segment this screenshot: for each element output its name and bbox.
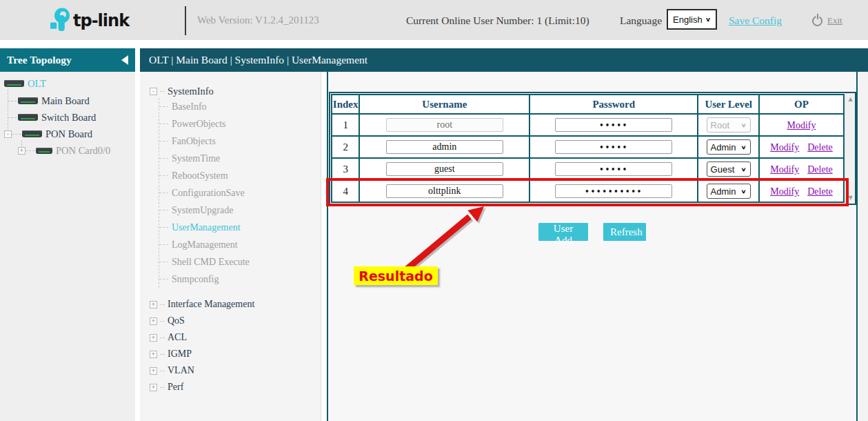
collapse-node-icon[interactable]: -	[150, 88, 157, 95]
expand-node-icon[interactable]: +	[150, 334, 157, 342]
menu-item-baseinfo[interactable]: BaseInfo	[159, 98, 321, 115]
topology-node-label[interactable]: Main Board	[41, 95, 90, 107]
password-input[interactable]	[555, 162, 672, 176]
username-cell	[359, 114, 529, 136]
modify-link[interactable]: Modify	[770, 186, 799, 197]
username-input	[386, 118, 503, 132]
online-user-count: Current Online User Number: 1 (Limit:10)	[406, 14, 589, 27]
scroll-down-icon[interactable]: ▼	[846, 195, 855, 201]
topology-node-label[interactable]: PON Card0/0	[56, 145, 110, 157]
menu-item-configurationsave[interactable]: ConfigurationSave	[159, 184, 321, 202]
topology-node-label[interactable]: Switch Board	[41, 112, 96, 124]
password-input[interactable]	[555, 140, 672, 154]
modify-link[interactable]: Modify	[787, 120, 816, 130]
menu-item-usermanagement[interactable]: UserManagement	[159, 219, 321, 236]
refresh-button[interactable]: Refresh	[603, 223, 646, 241]
exit-control[interactable]: Exit	[812, 15, 842, 26]
menu-section-qos[interactable]: +QoS	[150, 313, 321, 329]
user-level-cell: Guest∨	[698, 158, 759, 180]
topology-node-switch-board[interactable]: Switch Board	[8, 111, 96, 124]
menu-section-label[interactable]: QoS	[168, 315, 185, 326]
modify-link[interactable]: Modify	[770, 164, 799, 175]
collapse-sidebar-icon[interactable]	[121, 55, 128, 65]
modify-link[interactable]: Modify	[770, 142, 799, 153]
password-cell	[529, 114, 698, 136]
menu-item-label[interactable]: Shell CMD Execute	[172, 257, 250, 268]
power-icon[interactable]	[812, 16, 822, 26]
table-scrollbar[interactable]: ▲ ▼	[845, 93, 855, 204]
breadcrumb-bar: OLT | Main Board | SystemInfo | UserMana…	[140, 48, 868, 72]
menu-item-label[interactable]: RebootSystem	[172, 170, 228, 182]
menu-item-rebootsystem[interactable]: RebootSystem	[159, 167, 321, 184]
password-cell	[529, 180, 698, 202]
delete-link[interactable]: Delete	[807, 164, 833, 175]
menu-item-snmpconfig[interactable]: Snmpconfig	[159, 271, 321, 288]
menu-item-systemupgrade[interactable]: SystemUpgrade	[159, 202, 321, 219]
user-level-cell: Root∨	[698, 114, 759, 136]
menu-item-label[interactable]: UserManagement	[172, 222, 241, 233]
topology-node-label[interactable]: OLT	[28, 78, 46, 90]
topology-node-label[interactable]: PON Board	[46, 128, 92, 140]
scroll-up-icon[interactable]: ▲	[846, 96, 855, 102]
menu-item-powerobjects[interactable]: PowerObjects	[159, 115, 321, 133]
menu-section-label[interactable]: VLAN	[168, 365, 194, 376]
username-cell	[359, 180, 529, 202]
menu-item-label[interactable]: SystemTime	[172, 153, 220, 164]
menu-item-logmanagement[interactable]: LogManagement	[159, 236, 321, 253]
expand-node-icon[interactable]: +	[150, 301, 157, 309]
save-config-link[interactable]: Save Config	[729, 14, 782, 27]
topology-node-olt[interactable]: OLT	[4, 77, 46, 90]
password-input[interactable]	[555, 184, 672, 198]
user-level-select: Root∨	[707, 117, 751, 133]
chevron-down-icon: ∨	[741, 144, 747, 150]
menu-section-label[interactable]: Perf	[168, 382, 183, 393]
menu-section-vlan[interactable]: +VLAN	[150, 362, 321, 379]
user-level-select[interactable]: Admin∨	[707, 184, 751, 199]
topology-node-pon-board[interactable]: -PON Board	[4, 128, 92, 140]
collapse-node-icon[interactable]: -	[4, 130, 12, 138]
menu-item-label[interactable]: LogManagement	[172, 239, 238, 251]
expand-node-icon[interactable]: +	[150, 384, 157, 391]
expand-node-icon[interactable]: +	[150, 317, 157, 325]
expand-node-icon[interactable]: +	[150, 351, 157, 358]
menu-root-label[interactable]: SystemInfo	[168, 86, 214, 97]
user-level-value: Admin	[711, 142, 736, 153]
username-input[interactable]	[386, 162, 503, 176]
language-select[interactable]: English ∨	[667, 9, 717, 30]
tree-topology-titlebar: Tree Topology	[0, 48, 135, 72]
expand-node-icon[interactable]: +	[18, 147, 26, 155]
user-add-button[interactable]: User Add	[538, 223, 588, 241]
menu-item-label[interactable]: SystemUpgrade	[172, 205, 233, 216]
delete-link[interactable]: Delete	[807, 142, 833, 153]
menu-section-label[interactable]: ACL	[168, 332, 187, 343]
menu-section-interface-management[interactable]: +Interface Management	[150, 296, 321, 313]
user-level-value: Guest	[711, 164, 735, 175]
menu-section-label[interactable]: IGMP	[168, 349, 192, 360]
exit-link[interactable]: Exit	[827, 15, 842, 26]
menu-item-label[interactable]: FanObjects	[172, 136, 216, 147]
username-input[interactable]	[386, 140, 503, 154]
menu-section-igmp[interactable]: +IGMP	[150, 346, 321, 362]
menu-section-perf[interactable]: +Perf	[150, 379, 321, 395]
menu-node-systeminfo[interactable]: - SystemInfo	[150, 84, 321, 98]
topology-node-main-board[interactable]: Main Board	[8, 95, 90, 107]
menu-item-systemtime[interactable]: SystemTime	[159, 150, 321, 167]
menu-item-label[interactable]: ConfigurationSave	[172, 188, 245, 199]
device-icon	[4, 80, 24, 87]
menu-section-label[interactable]: Interface Management	[168, 299, 254, 310]
menu-item-fanobjects[interactable]: FanObjects	[159, 133, 321, 150]
tree-dash	[160, 304, 165, 305]
index-cell: 1	[332, 114, 359, 136]
username-input[interactable]	[386, 184, 503, 198]
menu-section-acl[interactable]: +ACL	[150, 329, 321, 346]
menu-item-label[interactable]: BaseInfo	[172, 101, 207, 112]
delete-link[interactable]: Delete	[807, 186, 833, 197]
menu-item-shell-cmd-execute[interactable]: Shell CMD Execute	[159, 253, 321, 271]
user-level-select[interactable]: Admin∨	[707, 139, 751, 155]
menu-item-label[interactable]: PowerObjects	[172, 119, 226, 130]
topology-node-pon-card0-0[interactable]: +PON Card0/0	[18, 144, 110, 157]
user-level-select[interactable]: Guest∨	[707, 161, 751, 177]
web-version-text: Web Version: V1.2.4_201123	[197, 14, 319, 26]
expand-node-icon[interactable]: +	[150, 367, 157, 375]
menu-item-label[interactable]: Snmpconfig	[172, 274, 219, 285]
